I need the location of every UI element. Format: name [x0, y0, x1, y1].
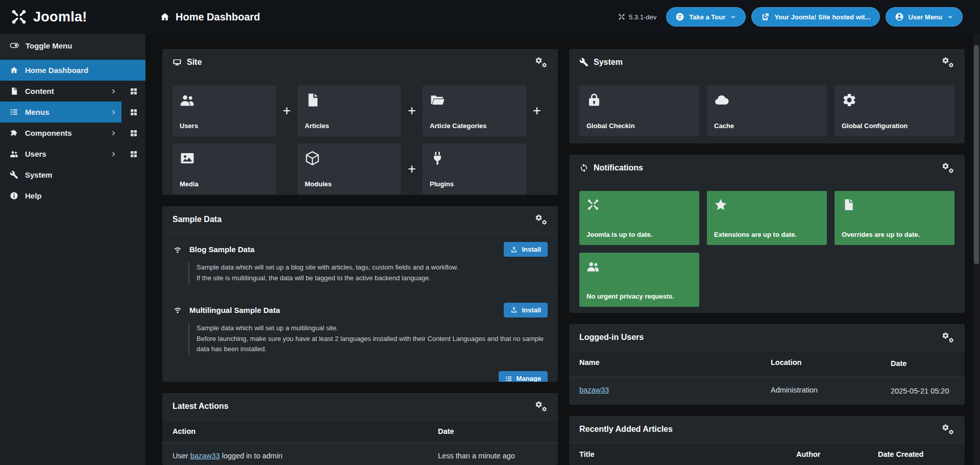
cache-tile[interactable]: Cache: [707, 85, 827, 136]
table-row: User bazaw33 logged in to admin Less tha…: [162, 443, 558, 465]
toggle-icon: [10, 41, 19, 50]
sidebar-item-menus: Menus: [0, 102, 145, 123]
global-configuration-tile[interactable]: Global Configuration: [835, 85, 954, 136]
wifi-icon: [173, 244, 183, 255]
tour-icon: [675, 12, 684, 21]
file-icon: [842, 198, 855, 211]
monitor-icon: [173, 58, 182, 67]
user-menu-button[interactable]: User Menu: [886, 7, 963, 27]
user-link[interactable]: bazaw33: [190, 452, 220, 460]
joomla-version-icon: [618, 13, 625, 20]
card-title: Site: [187, 58, 202, 67]
card-options-gears-icon[interactable]: [941, 162, 954, 174]
user-location-cell: Administration: [771, 386, 891, 394]
page-title: Home Dashboard: [160, 11, 260, 23]
joomla-logo-icon: [10, 8, 28, 26]
user-link[interactable]: bazaw33: [579, 386, 609, 394]
tile-label: No urgent privacy requests.: [586, 292, 692, 301]
add-user-button[interactable]: +: [283, 104, 291, 118]
tile-label: Media: [180, 180, 269, 188]
add-module-button[interactable]: +: [408, 162, 416, 176]
card-options-gears-icon[interactable]: [534, 57, 548, 68]
pill-label: User Menu: [909, 13, 942, 21]
description-line: Sample data which will set up a blog sit…: [197, 262, 548, 273]
sidebar-link-users[interactable]: Users: [0, 143, 121, 164]
modules-tile[interactable]: Modules: [298, 143, 401, 194]
card-title: Sample Data: [173, 215, 222, 224]
upload-icon: [510, 306, 518, 313]
install-multilingual-sample-button[interactable]: Install: [504, 303, 548, 317]
tile-label: Global Configuration: [842, 122, 947, 130]
plug-icon: [430, 151, 445, 166]
logged-in-users-card-header: Logged-in Users: [569, 324, 965, 351]
card-options-gears-icon[interactable]: [941, 424, 954, 435]
user-circle-icon: [895, 12, 904, 21]
system-icon: [10, 170, 18, 179]
table-header: Action Date: [162, 420, 558, 443]
users-tile[interactable]: Users: [173, 85, 276, 136]
user-name-cell: bazaw33: [579, 386, 771, 394]
take-a-tour-button[interactable]: Take a Tour: [666, 7, 746, 27]
media-tile[interactable]: Media: [173, 143, 276, 194]
column-header-title: Title: [579, 450, 796, 458]
page-title-text: Home Dashboard: [176, 11, 260, 23]
articles-tile[interactable]: Articles: [298, 85, 401, 136]
content-dashboard-button[interactable]: [121, 81, 145, 102]
card-options-gears-icon[interactable]: [534, 401, 548, 412]
users-dashboard-button[interactable]: [121, 143, 145, 164]
main-content: Site Users + Articles: [145, 34, 973, 465]
sidebar-item-label: Help: [25, 191, 42, 200]
article-categories-tile[interactable]: Article Categories: [423, 85, 526, 136]
sidebar-link-menus[interactable]: Menus: [0, 102, 121, 123]
action-date: Less than a minute ago: [438, 452, 548, 460]
user-date-cell: 2025-05-21 05:20: [891, 386, 954, 397]
card-options-gears-icon[interactable]: [941, 57, 954, 68]
hosted-site-button[interactable]: Your Joomla! Site hosted wit...: [751, 7, 879, 27]
sidebar-item-home-dashboard[interactable]: Home Dashboard: [0, 60, 145, 81]
users-icon: [10, 150, 18, 158]
column-header-date-created: Date Created: [878, 450, 954, 458]
home-icon: [160, 12, 170, 22]
action-cell: User bazaw33 logged in to admin: [173, 452, 438, 460]
menus-icon: [10, 108, 18, 116]
column-header-name: Name: [579, 358, 771, 370]
scrollbar[interactable]: [973, 34, 980, 465]
add-category-button[interactable]: +: [533, 104, 541, 118]
version-indicator[interactable]: 5.3.1-dev: [618, 13, 656, 21]
column-header-author: Author: [796, 450, 878, 458]
table-header: Name Location Date: [569, 351, 965, 377]
menus-dashboard-button[interactable]: [121, 102, 145, 123]
scrollbar-thumb[interactable]: [974, 45, 979, 264]
users-icon: [586, 260, 600, 273]
plugins-tile[interactable]: Plugins: [423, 143, 526, 194]
joomla-up-to-date-tile[interactable]: Joomla is up to date.: [579, 191, 699, 245]
install-blog-sample-button[interactable]: Install: [504, 242, 548, 257]
card-title: Latest Actions: [173, 402, 229, 411]
content-icon: [10, 87, 18, 95]
sidebar-link-content[interactable]: Content: [0, 81, 121, 102]
manage-button[interactable]: Manage: [499, 371, 548, 382]
global-checkin-tile[interactable]: Global Checkin: [579, 85, 699, 136]
joomla-brand[interactable]: Joomla!: [0, 8, 145, 26]
sidebar-link-components[interactable]: Components: [0, 123, 121, 143]
components-dashboard-button[interactable]: [121, 123, 145, 143]
card-options-gears-icon[interactable]: [534, 214, 548, 225]
button-label: Install: [522, 246, 541, 253]
sidebar-item-system[interactable]: System: [0, 164, 145, 185]
sidebar-item-label: Toggle Menu: [26, 41, 72, 50]
sidebar-item-help[interactable]: Help: [0, 185, 145, 206]
add-article-button[interactable]: +: [408, 104, 416, 118]
card-title: Notifications: [594, 163, 643, 173]
sidebar-item-content: Content: [0, 81, 145, 102]
action-text: User: [173, 452, 190, 460]
overrides-up-to-date-tile[interactable]: Overrides are up to date.: [835, 191, 954, 245]
privacy-requests-tile[interactable]: No urgent privacy requests.: [579, 253, 699, 307]
sidebar-item-toggle-menu[interactable]: Toggle Menu: [0, 34, 145, 57]
action-text: logged in to admin: [220, 452, 283, 460]
cube-icon: [305, 151, 320, 166]
extensions-up-to-date-tile[interactable]: Extensions are up to date.: [707, 191, 827, 245]
chevron-right-icon: [110, 130, 117, 137]
folder-icon: [430, 92, 445, 108]
tile-label: Modules: [305, 180, 394, 188]
card-options-gears-icon[interactable]: [941, 332, 954, 343]
